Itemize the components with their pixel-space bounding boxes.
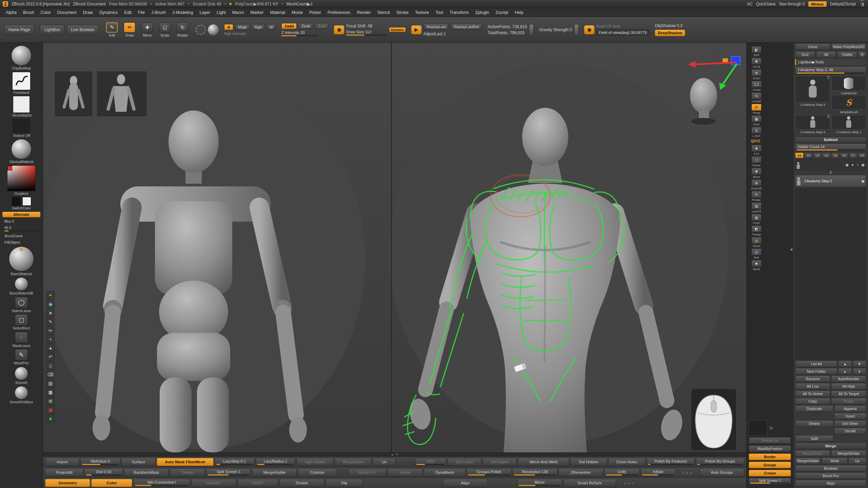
document-canvas[interactable]: ✒◉➤✎✏•●↶▯⌫▤▦⊞▩■ — [43, 43, 746, 452]
chip-zadd[interactable]: Zadd — [281, 23, 297, 29]
palette-item-basicmaterial[interactable]: BasicMaterial — [9, 246, 34, 276]
menu-light[interactable]: Light — [214, 9, 229, 16]
mergesimilar-button[interactable]: MergeSimilar — [831, 450, 866, 457]
delete-button[interactable]: Delete — [170, 468, 205, 476]
mergevisible-button[interactable]: MergeVisible — [252, 468, 297, 476]
chip-rgb[interactable]: Rgb — [252, 24, 265, 30]
lazyradius-1-button[interactable]: LazyRadius 1 — [256, 458, 296, 466]
lightbox-tools-breadcrumb[interactable]: Lightbox▶Tools — [795, 59, 866, 65]
shelf-scroll-button[interactable]: ✚Scroll — [749, 58, 764, 68]
zremesher-button[interactable]: ZRemesher — [558, 468, 603, 476]
flip-button[interactable]: Flip — [326, 479, 363, 487]
shelf-linefill-button[interactable]: ▤LineFill — [749, 202, 764, 213]
menu-marker[interactable]: Marker — [248, 9, 267, 16]
palette-item-maskpen[interactable]: ✎MaskPen — [14, 349, 29, 365]
shelf-qxyz-button[interactable]: QXYZ — [749, 138, 762, 144]
shelf-bpr-button[interactable]: ◧BPR — [749, 46, 764, 57]
shelf-aahalf-button[interactable]: ½AAHalf — [749, 92, 764, 103]
pencil-icon[interactable]: ✏ — [46, 326, 55, 334]
resolution-128-button[interactable]: Resolution 128 — [512, 468, 557, 476]
subtool-list-area[interactable] — [795, 188, 866, 360]
stroke-type-thumbnail[interactable] — [196, 25, 206, 35]
folder-prev-button[interactable]: ▸ — [838, 368, 852, 375]
menu-document[interactable]: Document — [54, 9, 80, 16]
subtool-tab-v2[interactable]: V2 — [804, 152, 812, 158]
accucurve-control[interactable]: AccuCurve — [2, 233, 40, 238]
import-button[interactable]: Import — [45, 458, 79, 466]
green-swatch-icon[interactable]: ■ — [46, 414, 55, 423]
delmt-button[interactable]: DelMT — [237, 479, 278, 487]
tool-thumbnail-cylinder3d[interactable] — [831, 76, 867, 91]
subtool-row-selected[interactable]: J Anatomy Step-2 ◉ — [795, 175, 866, 187]
z-intensity-slider[interactable]: Z Intensity 20 — [281, 30, 329, 36]
image-icon[interactable]: ▦ — [46, 388, 55, 396]
crease-button[interactable]: Crease — [749, 470, 791, 476]
subtool-tab-v1[interactable]: V1 — [795, 152, 804, 158]
panel-right-icon[interactable]: ◨ — [859, 1, 865, 7]
mask-by-feature-button[interactable]: MaskByFeature — [749, 445, 791, 452]
palette-item-masklasso[interactable]: ◌MaskLasso — [12, 332, 30, 348]
shelf-persp-button[interactable]: PPersp — [749, 104, 764, 115]
layers-icon[interactable]: ▤ — [46, 379, 55, 387]
adjust-last-slider[interactable]: AdjustLast 1 — [423, 32, 482, 36]
viewport-divider[interactable] — [391, 43, 392, 452]
subtool-dot1-icon[interactable]: ● — [851, 163, 854, 167]
quicksave-button[interactable]: QuickSave — [756, 2, 775, 6]
replay-last-button[interactable]: ReplayLast — [423, 23, 449, 30]
subtool-eye-icon[interactable]: ◉ — [861, 163, 865, 167]
live-boolean-button[interactable]: Live Boolean — [66, 25, 99, 35]
menu-j-brush[interactable]: J-Brush — [148, 9, 169, 16]
pen-nib-icon[interactable]: ✎ — [46, 318, 55, 326]
eraser-tool-icon[interactable]: ⌫ — [46, 370, 55, 379]
mergedown-button[interactable]: MergeDown — [795, 450, 830, 457]
splitter-down-icon[interactable]: ▼ — [396, 453, 398, 456]
menu-material[interactable]: Material — [267, 9, 288, 16]
menu-color[interactable]: Color — [38, 9, 54, 16]
subtool-tab-v5[interactable]: V5 — [831, 152, 840, 158]
lightbox-button[interactable]: LightBox — [40, 25, 64, 35]
del-higher-button[interactable]: Del Higher — [482, 458, 517, 466]
grid-icon[interactable]: ⊞ — [46, 397, 55, 405]
del-all-button[interactable]: Del All — [834, 428, 866, 434]
split-hidden-button[interactable]: Split Hidden — [296, 458, 333, 466]
dist-0-02-button[interactable]: Dist 0.02 — [84, 468, 123, 476]
boolean-button[interactable]: Boolean — [795, 465, 866, 472]
split-button[interactable]: Split — [795, 435, 833, 442]
history-thumbnails[interactable] — [55, 71, 147, 117]
subtool-tab-v4[interactable]: V4 — [822, 152, 830, 158]
subtool-tab-v7[interactable]: V7 — [849, 152, 857, 158]
bevel-pro-button[interactable]: Bevel Pro — [795, 472, 866, 479]
subtool-eye-icon[interactable]: ◉ — [861, 179, 865, 183]
undo-arrow-icon[interactable]: ↶ — [46, 353, 55, 361]
texture-thumbnail[interactable] — [749, 420, 767, 436]
all-to-home-button[interactable]: All To Home — [795, 390, 830, 397]
colorize-button[interactable]: Colorize — [298, 468, 336, 476]
goz-r-button[interactable]: R — [858, 51, 866, 58]
menu-zscript[interactable]: Zscript — [493, 9, 512, 16]
palette-item-brushalpha[interactable]: ~BrushAlpha — [11, 96, 32, 117]
subtool-tab-v8[interactable]: V8 — [858, 152, 866, 158]
autoreorder-button[interactable]: AutoReorder — [831, 375, 866, 382]
morph-uv-button[interactable]: Morph UV — [348, 468, 387, 476]
groups-polish-button[interactable]: Groups Polish — [467, 468, 511, 476]
del-lower-button[interactable]: Del Lower — [447, 458, 481, 466]
all-low-button[interactable]: All Low — [795, 383, 830, 390]
all-to-target-button[interactable]: All To Target — [831, 390, 866, 397]
menu-draw[interactable]: Draw — [80, 9, 96, 16]
folder-next-button[interactable]: ▾ — [853, 368, 866, 375]
sdiv-button[interactable]: SDiv — [415, 458, 446, 466]
chip-m[interactable]: M — [267, 24, 276, 30]
move-button[interactable]: ✚Move — [139, 22, 155, 37]
shelf-zoom-button[interactable]: ⊕Zoom — [749, 69, 764, 80]
all-high-button[interactable]: All High — [831, 383, 866, 390]
scale-button[interactable]: ◱Scale — [157, 22, 173, 37]
uv-button[interactable]: Uv — [373, 458, 396, 466]
palette-item-freehand[interactable]: FreeHand — [12, 72, 31, 95]
weld-button[interactable]: Weld — [822, 458, 847, 464]
subtool-down-button[interactable]: ▼ — [853, 361, 866, 367]
shelf-actual-button[interactable]: 1:1Actual — [749, 81, 764, 92]
del-hidden-button[interactable]: Del Hidden — [570, 458, 607, 466]
menu-dynamics[interactable]: Dynamics — [96, 9, 121, 16]
align-button[interactable]: Align — [795, 480, 866, 487]
subtool-all-visibility-icon[interactable]: ◉ — [845, 163, 849, 167]
